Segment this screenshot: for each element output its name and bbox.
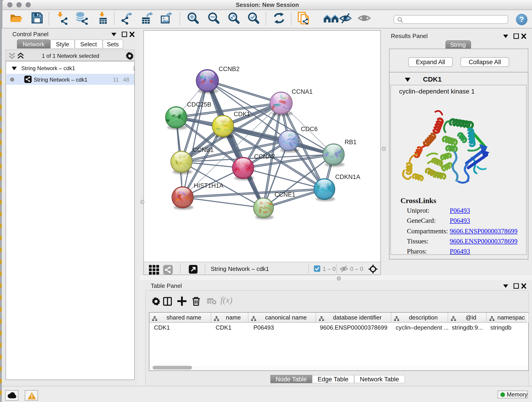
svg-text:CCNB1: CCNB1 [193,147,214,153]
svg-text:CDC6: CDC6 [301,126,318,133]
svg-text:CCNE1: CCNE1 [274,191,296,198]
svg-text:CCNB2: CCNB2 [219,65,240,72]
svg-text:CDKN1A: CDKN1A [335,173,360,180]
svg-text:CCNA2: CCNA2 [254,153,275,160]
svg-text:RB1: RB1 [345,139,357,146]
svg-text:HIST1H1A: HIST1H1A [194,182,223,189]
svg-text:CDC25B: CDC25B [187,101,211,108]
svg-text:CDK1: CDK1 [234,111,250,118]
svg-text:CCNA1: CCNA1 [292,88,313,95]
